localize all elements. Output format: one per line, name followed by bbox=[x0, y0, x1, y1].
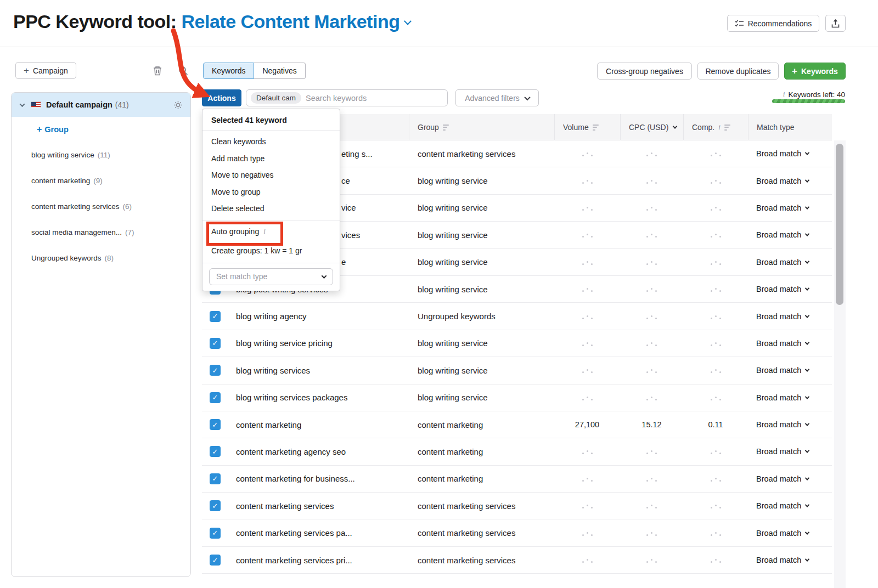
group-cell: blog writing service bbox=[409, 338, 554, 348]
match-type-label: Broad match bbox=[756, 501, 801, 510]
sidebar-group-item[interactable]: content marketing services (6) bbox=[12, 194, 190, 219]
cpc-cell bbox=[620, 339, 683, 348]
chevron-down-icon bbox=[805, 259, 809, 263]
menu-item[interactable]: Move to group bbox=[202, 184, 340, 201]
row-checkbox[interactable]: ✓ bbox=[210, 338, 221, 349]
row-checkbox[interactable]: ✓ bbox=[210, 528, 221, 539]
advanced-filters-button[interactable]: Advanced filters bbox=[455, 89, 539, 106]
row-checkbox[interactable]: ✓ bbox=[210, 500, 221, 511]
set-match-type-select[interactable]: Set match type bbox=[209, 268, 333, 285]
chevron-down-icon[interactable] bbox=[404, 18, 412, 25]
search-placeholder: Search keywords bbox=[306, 94, 367, 103]
keywords-left-progress-bar bbox=[772, 99, 845, 103]
sidebar-item-default-campaign[interactable]: Default campaign (41) bbox=[12, 93, 190, 117]
match-type-label: Broad match bbox=[756, 474, 801, 483]
row-checkbox[interactable]: ✓ bbox=[210, 419, 221, 430]
row-checkbox[interactable]: ✓ bbox=[210, 473, 221, 484]
row-checkbox[interactable]: ✓ bbox=[210, 365, 221, 376]
comp-cell bbox=[683, 258, 748, 267]
header-comp[interactable]: Comp. i bbox=[683, 114, 748, 140]
match-type-dropdown[interactable]: Broad match bbox=[748, 556, 832, 564]
search-icon[interactable] bbox=[177, 65, 189, 77]
match-type-dropdown[interactable]: Broad match bbox=[748, 447, 832, 456]
volume-cell bbox=[554, 312, 620, 321]
remove-duplicates-button[interactable]: Remove duplicates bbox=[697, 63, 779, 80]
row-checkbox[interactable]: ✓ bbox=[210, 311, 221, 322]
search-keywords-input[interactable]: Default cam Search keywords bbox=[246, 89, 448, 106]
group-cell: Ungrouped keywords bbox=[409, 312, 554, 321]
header-group[interactable]: Group bbox=[409, 114, 554, 140]
campaign-title-dropdown[interactable]: Relate Content Marketing bbox=[181, 11, 399, 32]
gear-icon[interactable] bbox=[173, 100, 183, 110]
campaign-tree-panel: Default campaign (41) + Group blog writi… bbox=[11, 92, 191, 577]
volume-cell bbox=[554, 230, 620, 239]
header-cpc[interactable]: CPC (USD) bbox=[620, 114, 683, 140]
table-row: ✓ content marketing services pri... cont… bbox=[202, 547, 832, 574]
match-type-dropdown[interactable]: Broad match bbox=[748, 285, 832, 293]
volume-cell bbox=[554, 366, 620, 375]
chevron-down-icon bbox=[805, 232, 809, 236]
match-type-dropdown[interactable]: Broad match bbox=[748, 339, 832, 348]
cpc-cell bbox=[620, 230, 683, 239]
tab-negatives[interactable]: Negatives bbox=[254, 63, 305, 79]
match-type-dropdown[interactable]: Broad match bbox=[748, 529, 832, 538]
match-type-dropdown[interactable]: Broad match bbox=[748, 501, 832, 510]
volume-cell bbox=[554, 258, 620, 267]
match-type-dropdown[interactable]: Broad match bbox=[748, 420, 832, 429]
plus-icon: + bbox=[792, 66, 797, 76]
keyword-cell: blog writing services packages bbox=[236, 393, 409, 402]
chevron-down-icon bbox=[805, 313, 809, 318]
keyword-cell: content marketing for business... bbox=[236, 474, 409, 483]
add-group-link[interactable]: + Group bbox=[12, 117, 190, 142]
match-type-dropdown[interactable]: Broad match bbox=[748, 149, 832, 158]
match-type-dropdown[interactable]: Broad match bbox=[748, 393, 832, 402]
add-keywords-button[interactable]: + Keywords bbox=[784, 63, 846, 80]
table-row: ✓ content marketing for business... cont… bbox=[202, 466, 832, 493]
menu-item[interactable]: Add match type bbox=[202, 150, 340, 167]
cross-group-negatives-button[interactable]: Cross-group negatives bbox=[597, 63, 692, 80]
chevron-down-icon[interactable] bbox=[20, 101, 25, 107]
menu-item[interactable]: Delete selected bbox=[202, 200, 340, 217]
row-checkbox[interactable]: ✓ bbox=[210, 555, 221, 566]
menu-item[interactable]: Move to negatives bbox=[202, 167, 340, 184]
match-type-label: Broad match bbox=[756, 177, 801, 185]
add-campaign-button[interactable]: + Campaign bbox=[15, 62, 76, 79]
cpc-cell bbox=[620, 556, 683, 564]
group-cell: content marketing bbox=[409, 420, 554, 429]
group-count: (8) bbox=[105, 254, 114, 262]
row-checkbox[interactable]: ✓ bbox=[210, 392, 221, 403]
tab-keywords[interactable]: Keywords bbox=[203, 63, 254, 79]
sidebar-group-item[interactable]: content marketing (9) bbox=[12, 168, 190, 194]
sidebar-group-item[interactable]: social media managemen... (7) bbox=[12, 219, 190, 245]
actions-button[interactable]: Actions bbox=[202, 89, 241, 106]
match-type-dropdown[interactable]: Broad match bbox=[748, 312, 832, 321]
chevron-down-icon bbox=[805, 449, 809, 453]
export-button[interactable] bbox=[825, 15, 846, 32]
match-type-dropdown[interactable]: Broad match bbox=[748, 177, 832, 185]
match-type-dropdown[interactable]: Broad match bbox=[748, 230, 832, 239]
sidebar-group-item[interactable]: blog writing service (11) bbox=[12, 142, 190, 168]
scrollbar-thumb[interactable] bbox=[836, 144, 843, 305]
campaign-name: Default campaign bbox=[46, 100, 112, 109]
trash-icon[interactable] bbox=[151, 65, 164, 77]
page-title: PPC Keyword tool: Relate Content Marketi… bbox=[13, 11, 410, 32]
menu-item[interactable]: Clean keywords bbox=[202, 133, 340, 150]
check-icon: ✓ bbox=[212, 366, 218, 375]
group-cell: content marketing services bbox=[409, 556, 554, 565]
group-cell: blog writing service bbox=[409, 203, 554, 212]
row-checkbox[interactable]: ✓ bbox=[210, 446, 221, 457]
group-cell: blog writing service bbox=[409, 257, 554, 267]
group-cell: blog writing service bbox=[409, 285, 554, 294]
match-type-dropdown[interactable]: Broad match bbox=[748, 366, 832, 375]
sidebar-group-item[interactable]: Ungrouped keywords (8) bbox=[12, 245, 190, 271]
campaign-filter-pill[interactable]: Default cam bbox=[251, 92, 301, 104]
match-type-dropdown[interactable]: Broad match bbox=[748, 474, 832, 483]
chevron-down-icon bbox=[805, 178, 809, 182]
match-type-dropdown[interactable]: Broad match bbox=[748, 203, 832, 212]
comp-cell bbox=[683, 447, 748, 456]
header-volume[interactable]: Volume bbox=[554, 114, 620, 140]
match-type-dropdown[interactable]: Broad match bbox=[748, 258, 832, 267]
group-cell: content marketing services bbox=[409, 501, 554, 511]
recommendations-button[interactable]: Recommendations bbox=[727, 15, 819, 32]
match-type-label: Broad match bbox=[756, 258, 801, 267]
